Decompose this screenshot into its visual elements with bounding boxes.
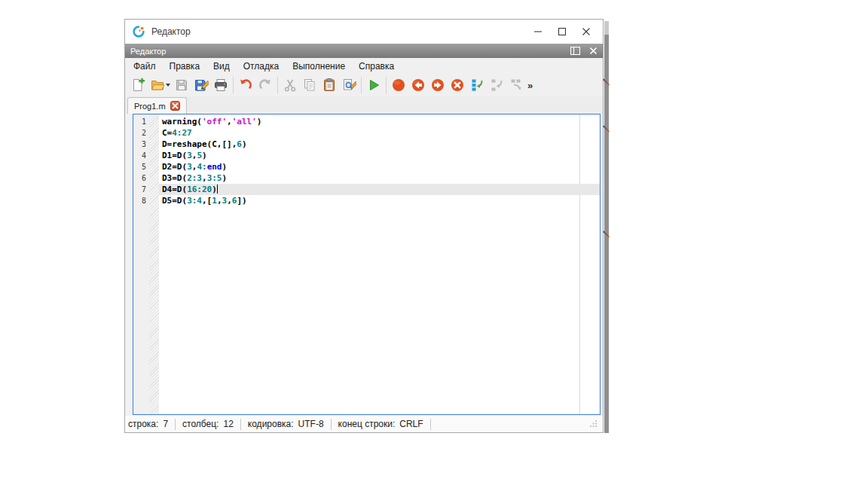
status-field-label: строка:: [128, 419, 158, 429]
maximize-button[interactable]: [550, 20, 574, 44]
toolbar: »: [125, 74, 603, 96]
tabbar: Prog1.m: [125, 96, 603, 114]
toggle-breakpoint-button[interactable]: [389, 75, 408, 95]
save-button[interactable]: [172, 75, 191, 95]
octave-logo-icon: [133, 26, 145, 38]
code-area[interactable]: warning('off','all')C=4:27D=reshape(C,[]…: [159, 114, 600, 414]
status-field-label: конец строки:: [338, 419, 396, 429]
edge-mark: [603, 125, 610, 132]
edge-mark: [603, 230, 610, 237]
open-dropdown-caret-icon[interactable]: [166, 84, 170, 87]
minimize-button[interactable]: [526, 20, 550, 44]
redo-button[interactable]: [255, 75, 275, 95]
code-line[interactable]: D1=D(3,5): [159, 150, 600, 161]
toolbar-separator: [386, 77, 387, 93]
status-field-value: CRLF: [399, 419, 423, 429]
step-in-button[interactable]: [487, 75, 506, 95]
window-title: Редактор: [151, 26, 191, 37]
window-right-edge: [604, 21, 609, 433]
step-button[interactable]: [467, 75, 487, 95]
status-field-label: столбец:: [182, 419, 219, 429]
menu-item-edit[interactable]: Правка: [163, 59, 207, 73]
toolbar-separator: [361, 77, 362, 93]
code-line[interactable]: D3=D(2:3,3:5): [159, 172, 600, 184]
step-out-button[interactable]: [506, 75, 526, 95]
code-line[interactable]: D2=D(3,4:end): [159, 161, 600, 172]
line-number[interactable]: 6: [133, 172, 149, 184]
tab-prog1m[interactable]: Prog1.m: [127, 97, 187, 114]
print-button[interactable]: [211, 75, 231, 95]
find-replace-button[interactable]: [339, 75, 359, 95]
menu-item-view[interactable]: Вид: [206, 59, 237, 73]
toolbar-separator: [277, 77, 278, 93]
next-breakpoint-button[interactable]: [428, 75, 448, 95]
fold-margin[interactable]: [149, 114, 159, 414]
line-number[interactable]: 4: [133, 150, 149, 161]
new-file-button[interactable]: [128, 75, 148, 95]
code-line[interactable]: D5=D(3:4,[1,3,6]): [159, 195, 600, 206]
status-field-value: 7: [163, 419, 168, 429]
toolbar-overflow-chevron[interactable]: »: [527, 80, 532, 91]
status-field-value: 12: [223, 419, 233, 429]
paste-button[interactable]: [319, 75, 339, 95]
toolbar-separator: [233, 77, 234, 93]
status-separator: [240, 419, 241, 430]
status-separator: [175, 419, 176, 430]
line-number[interactable]: 2: [133, 127, 149, 139]
dock-titlebar[interactable]: Редактор: [125, 44, 603, 58]
dock-close-icon[interactable]: [589, 44, 598, 58]
resize-grip[interactable]: [589, 419, 598, 429]
statusbar: строка:7столбец:12кодировка:UTF-8конец с…: [125, 416, 603, 432]
close-button[interactable]: [574, 20, 598, 44]
code-line[interactable]: C=4:27: [159, 127, 600, 139]
tab-label: Prog1.m: [134, 102, 166, 111]
menu-item-file[interactable]: Файл: [127, 59, 163, 73]
run-button[interactable]: [364, 75, 384, 95]
code-line[interactable]: D=reshape(C,[],6): [159, 139, 600, 150]
window-titlebar: Редактор: [125, 20, 603, 44]
line-number[interactable]: 3: [133, 139, 149, 150]
remove-breakpoints-button[interactable]: [448, 75, 467, 95]
line-number[interactable]: 8: [133, 195, 149, 206]
line-number[interactable]: 7: [133, 184, 149, 195]
status-field-label: кодировка:: [248, 419, 294, 429]
line-number-gutter[interactable]: 12345678: [133, 114, 149, 414]
menubar: ФайлПравкаВидОтладкаВыполнениеСправка: [125, 58, 603, 74]
menu-item-help[interactable]: Справка: [352, 59, 401, 73]
save-as-button[interactable]: [191, 75, 211, 95]
editor-window: Редактор Редактор ФайлПравкаВидОтладкаВы…: [124, 19, 604, 433]
edge-thumb: [604, 21, 609, 35]
cut-button[interactable]: [280, 75, 300, 95]
undo-button[interactable]: [236, 75, 255, 95]
status-separator: [430, 419, 431, 430]
edge-mark: [603, 78, 610, 85]
text-caret: [217, 185, 218, 194]
line-number[interactable]: 5: [133, 161, 149, 172]
copy-button[interactable]: [300, 75, 319, 95]
undock-icon[interactable]: [570, 44, 580, 58]
tab-close-icon[interactable]: [170, 101, 180, 111]
code-line[interactable]: warning('off','all'): [159, 116, 600, 127]
menu-item-debug[interactable]: Отладка: [237, 59, 286, 73]
menu-item-run[interactable]: Выполнение: [286, 59, 352, 73]
code-line-current[interactable]: D4=D(16:20): [159, 184, 600, 195]
window-controls: [526, 20, 598, 44]
open-file-button[interactable]: [148, 75, 172, 95]
prev-breakpoint-button[interactable]: [408, 75, 428, 95]
dock-title: Редактор: [130, 47, 166, 56]
status-field-value: UTF-8: [298, 419, 324, 429]
status-separator: [331, 419, 332, 430]
line-number[interactable]: 1: [133, 116, 149, 127]
code-editor[interactable]: 12345678 warning('off','all')C=4:27D=res…: [133, 114, 601, 415]
